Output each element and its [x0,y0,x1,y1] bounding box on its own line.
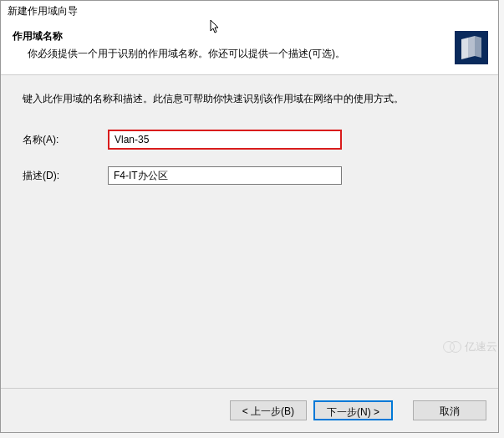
watermark-text: 亿速云 [465,339,497,354]
watermark-logo-icon [443,341,463,353]
wizard-header: 作用域名称 你必须提供一个用于识别的作用域名称。你还可以提供一个描述(可选)。 [1,19,498,75]
instruction-text: 键入此作用域的名称和描述。此信息可帮助你快速识别该作用域在网络中的使用方式。 [23,92,476,106]
cancel-button[interactable]: 取消 [413,400,486,420]
wizard-content: 键入此作用域的名称和描述。此信息可帮助你快速识别该作用域在网络中的使用方式。 名… [1,75,498,388]
description-row: 描述(D): [23,166,476,185]
window-title: 新建作用域向导 [1,1,498,19]
name-label: 名称(A): [23,133,108,147]
wizard-dialog: 新建作用域向导 作用域名称 你必须提供一个用于识别的作用域名称。你还可以提供一个… [0,0,499,433]
back-button[interactable]: < 上一步(B) [230,400,307,420]
watermark: 亿速云 [443,339,497,354]
name-input[interactable] [108,130,342,150]
name-row: 名称(A): [23,130,476,150]
button-bar: < 上一步(B) 下一步(N) > 取消 [1,388,498,432]
description-input[interactable] [108,166,342,185]
header-subtitle: 你必须提供一个用于识别的作用域名称。你还可以提供一个描述(可选)。 [28,47,486,61]
description-label: 描述(D): [23,169,108,183]
next-button[interactable]: 下一步(N) > [313,400,393,420]
header-title: 作用域名称 [13,29,486,43]
scope-icon [455,31,488,64]
